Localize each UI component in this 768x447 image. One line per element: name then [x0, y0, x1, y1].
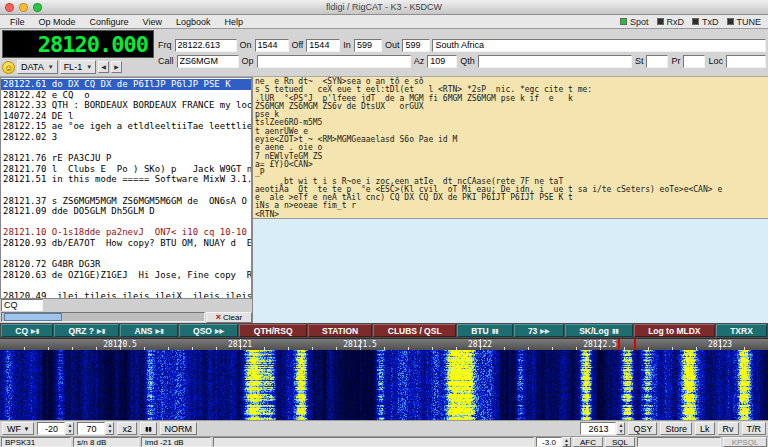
- macro-qth-rsq[interactable]: QTH/RSQ: [239, 324, 306, 337]
- seek-input[interactable]: [1, 299, 43, 312]
- wf-pause-button[interactable]: ▮▮: [140, 422, 157, 435]
- macro-log-to-mldx[interactable]: Log to MLDX: [634, 324, 715, 337]
- rx-log-line[interactable]: 28121.51 in this mode ===== Software Mix…: [1, 174, 251, 185]
- wf-frequency-stepper[interactable]: 2613 ▲▼: [580, 422, 625, 435]
- indicator-txd[interactable]: TxD: [692, 17, 719, 27]
- wf-range-stepper[interactable]: 70 ▲▼: [77, 422, 114, 435]
- macro-73[interactable]: 73▶▶: [514, 324, 564, 337]
- macro-ans[interactable]: ANS▶▮: [120, 324, 177, 337]
- afc-offset-stepper[interactable]: -3.0 ▲▼: [536, 437, 571, 447]
- afc-button[interactable]: AFC: [573, 437, 603, 447]
- tx-text[interactable]: [253, 219, 768, 323]
- rx-log-line[interactable]: 28122.33 QTH : BORDEAUX BORDEAUX FRANCE …: [1, 100, 251, 111]
- qsy-button[interactable]: QSY: [628, 422, 657, 435]
- macro-btu[interactable]: BTU▮▮: [457, 324, 513, 337]
- macro-qrz[interactable]: QRZ ?▶▮: [54, 324, 119, 337]
- indicator-rxd[interactable]: RxD: [657, 17, 685, 27]
- pr-label[interactable]: Pr: [670, 56, 681, 66]
- st-label[interactable]: St: [634, 56, 645, 66]
- rx-log-line[interactable]: [1, 143, 251, 154]
- frq-input[interactable]: [175, 39, 237, 52]
- browser-slider[interactable]: [1, 312, 205, 322]
- wf-palette-button[interactable]: NORM: [160, 422, 198, 435]
- off-label[interactable]: Off: [291, 40, 305, 50]
- clear-button[interactable]: × Clear: [206, 312, 252, 323]
- state-input[interactable]: [646, 55, 668, 68]
- vfo-frequency-display[interactable]: 28120.000: [2, 30, 154, 58]
- menu-op-mode[interactable]: Op Mode: [32, 15, 83, 28]
- txrx-button[interactable]: T/R: [742, 422, 767, 435]
- wf-scale[interactable]: 28120.52812128121.52812228122.528123: [0, 338, 768, 350]
- filter-prev-button[interactable]: ◀: [98, 61, 109, 73]
- rx-log-line[interactable]: 28121.70 l Clubs E Po ) SKo) p Jack W9GT…: [1, 164, 251, 175]
- out-label[interactable]: Out: [384, 40, 401, 50]
- rx-log-line[interactable]: 28122.61 do DX CQ DX de P6IlJP P6lJP PSE…: [1, 79, 251, 90]
- in-label[interactable]: In: [342, 40, 352, 50]
- macro-cq[interactable]: CQ▶▮: [1, 324, 53, 337]
- sql-button[interactable]: SQL: [605, 437, 635, 447]
- stepper-arrows-icon[interactable]: ▲▼: [616, 422, 625, 435]
- stepper-arrows-icon[interactable]: ▲▼: [105, 422, 114, 435]
- rx-log-line[interactable]: 28121.76 rE PA3CJU P: [1, 153, 251, 164]
- rx-log-line[interactable]: [1, 280, 251, 291]
- rx-log-line[interactable]: [1, 217, 251, 228]
- lock-button[interactable]: Lk: [695, 422, 715, 435]
- macro-clubs-qsl[interactable]: CLUBS / QSL: [373, 324, 455, 337]
- rx-log[interactable]: 28122.61 do DX CQ DX de P6IlJP P6lJP PSE…: [0, 77, 252, 299]
- rx-log-line[interactable]: 28120.63 de OZ1GE)Z1GEJ Hi Jose, Fine co…: [1, 270, 251, 281]
- filter-select[interactable]: FL-1 ▼: [60, 60, 96, 74]
- call-label[interactable]: Call: [157, 56, 175, 66]
- qth-label[interactable]: Qth: [459, 56, 476, 66]
- rx-log-line[interactable]: 28120.93 db/EA7OT How copy? BTU OM, NUAY…: [1, 238, 251, 249]
- indicator-tune[interactable]: TUNE: [727, 17, 762, 27]
- macro-station[interactable]: STATION: [308, 324, 373, 337]
- call-input[interactable]: [177, 55, 239, 68]
- menu-logbook[interactable]: Logbook: [169, 15, 218, 28]
- rx-log-line[interactable]: 28120.72 G4BR DG3R: [1, 259, 251, 270]
- menu-configure[interactable]: Configure: [83, 15, 136, 28]
- menu-view[interactable]: View: [136, 15, 169, 28]
- waterfall-canvas[interactable]: [0, 350, 768, 420]
- macro-txrx[interactable]: TXRX: [716, 324, 767, 337]
- reverse-button[interactable]: Rv: [718, 422, 739, 435]
- time-off-input[interactable]: [306, 39, 340, 52]
- rx-log-line[interactable]: 28121.37 s ZS6MGM5MGM ZS6MGM5M6GM de ON6…: [1, 196, 251, 207]
- time-on-input[interactable]: [255, 39, 289, 52]
- rx-text[interactable]: ne e Rn dt~ <SYN>sea o an tô e sôs S tet…: [253, 77, 768, 219]
- az-input[interactable]: [427, 55, 457, 68]
- mode-select[interactable]: DATA ▼: [17, 60, 58, 74]
- rx-log-line[interactable]: [1, 185, 251, 196]
- op-input[interactable]: [257, 55, 411, 68]
- rx-log-line[interactable]: 28122.02 3: [1, 132, 251, 143]
- op-label[interactable]: Op: [241, 56, 255, 66]
- menu-help[interactable]: Help: [217, 15, 250, 28]
- filter-next-button[interactable]: ▶: [111, 61, 122, 73]
- rx-log-line[interactable]: 28122.15 ae °oe igeh a etldleeltiiTae le…: [1, 121, 251, 132]
- menu-file[interactable]: File: [3, 15, 32, 28]
- az-label[interactable]: Az: [413, 56, 426, 66]
- smiley-icon[interactable]: ☺: [2, 61, 15, 74]
- qth-input[interactable]: [478, 55, 632, 68]
- stepper-arrows-icon[interactable]: ▲▼: [65, 422, 74, 435]
- macro-qso[interactable]: QSO▶▶: [179, 324, 239, 337]
- rx-log-line[interactable]: 14072.24 DE l: [1, 111, 251, 122]
- rx-log-line[interactable]: 28122.42 e CQ o: [1, 90, 251, 101]
- mode-status-button[interactable]: BPSK31: [1, 437, 71, 447]
- rx-log-line[interactable]: 28121.10 O-1s18dde pa2nevJ ON7< i10 cq 1…: [1, 227, 251, 238]
- country-input[interactable]: [432, 39, 766, 52]
- rx-log-line[interactable]: [1, 249, 251, 260]
- stepper-arrows-icon[interactable]: ▲▼: [562, 437, 571, 447]
- on-label[interactable]: On: [239, 40, 253, 50]
- wf-marker[interactable]: [618, 339, 636, 350]
- wf-zoom-button[interactable]: x2: [117, 422, 137, 435]
- rst-in-input[interactable]: [354, 39, 382, 52]
- indicator-spot[interactable]: Spot: [620, 17, 649, 27]
- rx-log-line[interactable]: 28121.09 dde DO5GLM Dh5GLM D: [1, 206, 251, 217]
- store-button[interactable]: Store: [660, 422, 692, 435]
- kpsql-button[interactable]: KPSQL: [723, 437, 767, 447]
- locator-input[interactable]: [726, 55, 766, 68]
- loc-label[interactable]: Loc: [707, 56, 724, 66]
- wf-upper-level-stepper[interactable]: -20 ▲▼: [37, 422, 74, 435]
- frq-label[interactable]: Frq: [157, 40, 173, 50]
- wf-mode-button[interactable]: WF ▼: [2, 422, 34, 435]
